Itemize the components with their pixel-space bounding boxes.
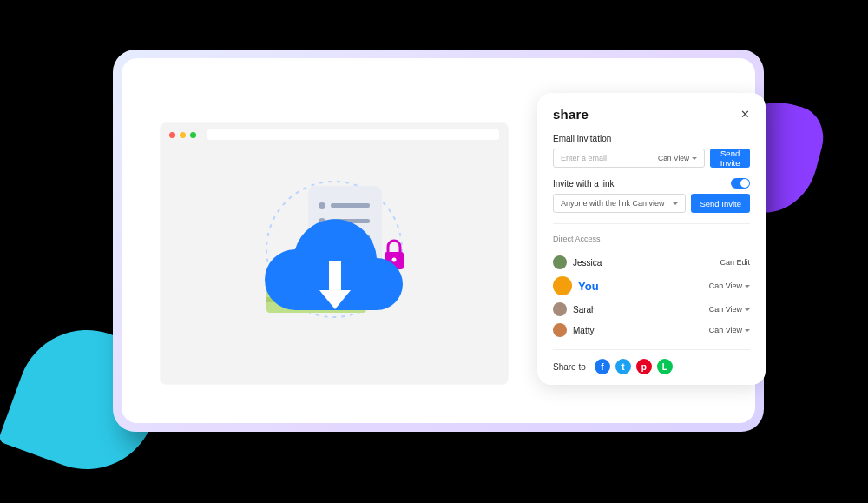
link-permission-text: Anyone with the link Can view (561, 199, 665, 208)
pinterest-icon[interactable]: p (636, 359, 652, 374)
member-row: JessicaCan Edit (553, 252, 750, 273)
share-dialog: share ✕ Email invitation Can View Send I… (537, 93, 766, 385)
email-input[interactable] (561, 154, 658, 162)
member-name: Jessica (573, 258, 602, 268)
window-maximize-dot (190, 132, 196, 138)
svg-point-4 (319, 202, 326, 209)
chevron-down-icon (745, 285, 750, 288)
send-invite-link-button[interactable]: Send Invite (691, 194, 750, 213)
browser-window (161, 123, 508, 384)
member-permission-label: Can View (709, 305, 742, 314)
avatar (553, 276, 572, 295)
chevron-down-icon (745, 329, 750, 332)
device-frame: share ✕ Email invitation Can View Send I… (113, 50, 764, 432)
member-row: MattyCan View (553, 320, 750, 341)
member-permission-label: Can Edit (720, 258, 750, 267)
member-name: You (578, 280, 599, 293)
svg-rect-12 (329, 261, 341, 294)
close-icon[interactable]: ✕ (740, 108, 750, 121)
browser-chrome (161, 123, 508, 146)
member-permission-dropdown[interactable]: Can View (709, 305, 750, 314)
chevron-down-icon (692, 157, 697, 160)
avatar (553, 255, 567, 269)
share-title: share (553, 107, 589, 122)
member-name: Matty (573, 326, 594, 335)
email-field-wrapper: Can View (553, 149, 705, 168)
direct-access-label: Direct Access (553, 235, 750, 243)
device-screen: share ✕ Email invitation Can View Send I… (122, 58, 755, 423)
invite-link-toggle[interactable] (731, 178, 750, 189)
facebook-icon[interactable]: f (595, 359, 610, 374)
avatar (553, 323, 567, 337)
line-icon[interactable]: L (657, 359, 673, 374)
invite-link-label: Invite with a link (553, 179, 615, 189)
twitter-icon[interactable]: t (615, 359, 631, 374)
member-name: Sarah (573, 305, 596, 314)
browser-address-bar (207, 129, 499, 140)
chevron-down-icon (673, 202, 678, 205)
cloud-download-illustration (161, 158, 508, 384)
send-invite-email-button[interactable]: Send Invite (710, 149, 750, 168)
member-row: SarahCan View (553, 299, 750, 320)
member-permission: Can Edit (720, 258, 750, 267)
link-permission-dropdown[interactable]: Anyone with the link Can view (553, 194, 686, 213)
member-permission-label: Can View (709, 281, 742, 290)
member-permission-dropdown[interactable]: Can View (709, 281, 750, 290)
member-row: YouCan View (553, 273, 750, 299)
member-permission-label: Can View (709, 326, 742, 334)
direct-access-section: Direct Access JessicaCan EditYouCan View… (553, 223, 750, 341)
share-to-section: Share to ftpL (553, 349, 750, 374)
window-minimize-dot (180, 132, 186, 138)
svg-rect-5 (331, 203, 370, 208)
chevron-down-icon (745, 308, 750, 311)
email-permission-label: Can View (658, 154, 689, 162)
svg-point-11 (392, 258, 397, 262)
member-permission-dropdown[interactable]: Can View (709, 326, 750, 334)
email-invitation-label: Email invitation (553, 134, 750, 143)
avatar (553, 302, 567, 316)
window-close-dot (169, 132, 175, 138)
share-to-label: Share to (553, 362, 586, 372)
email-permission-dropdown[interactable]: Can View (658, 154, 697, 162)
